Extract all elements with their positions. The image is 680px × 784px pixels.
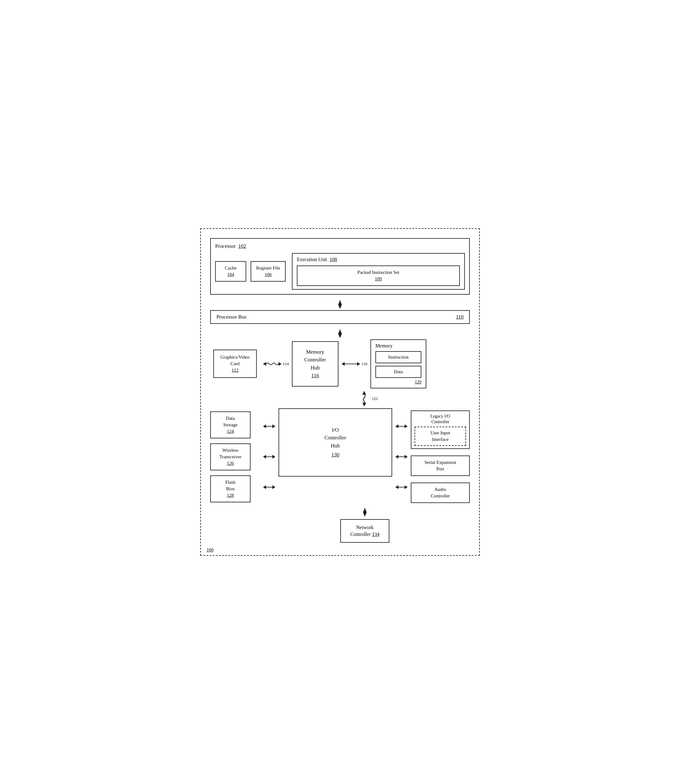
svg-marker-36 bbox=[363, 508, 367, 512]
cache-ref: 104 bbox=[221, 271, 241, 278]
svg-marker-1 bbox=[338, 305, 342, 309]
execution-unit-wrapper: Execution Unit 108 Packed Instruction Se… bbox=[292, 253, 465, 290]
register-file-box: Register File 106 bbox=[250, 261, 286, 282]
network-controller-box: NetworkController 134 bbox=[340, 519, 389, 543]
network-controller-ref: 134 bbox=[372, 532, 379, 537]
instruction-box: Instruction bbox=[375, 351, 421, 363]
svg-marker-21 bbox=[263, 485, 266, 489]
svg-marker-5 bbox=[338, 334, 342, 338]
svg-marker-34 bbox=[363, 512, 367, 517]
arrow-bus-to-mch bbox=[210, 329, 470, 338]
processor-ref: 102 bbox=[238, 243, 246, 249]
cache-label: Cache bbox=[221, 265, 241, 271]
graphics-col: Graphics/VideoCard 112 bbox=[210, 349, 260, 378]
outer-ref: 100 bbox=[206, 548, 214, 553]
middle-section: Graphics/VideoCard 112 114 bbox=[210, 339, 470, 389]
svg-marker-19 bbox=[272, 455, 275, 459]
network-row: NetworkController 134 bbox=[235, 519, 494, 543]
mch-ref: 116 bbox=[300, 372, 331, 380]
arrow-datastorage-ioh bbox=[263, 423, 275, 430]
bidirectional-arrow-118 bbox=[342, 361, 360, 367]
svg-marker-3 bbox=[338, 300, 342, 305]
processor-bus-box: Processor Bus 110 bbox=[210, 310, 470, 324]
packed-instruction-box: Packed Instruction Set 109 bbox=[297, 266, 460, 286]
execution-unit-ref: 108 bbox=[329, 257, 337, 262]
packed-instruction-label: Packed Instruction Set bbox=[302, 269, 455, 276]
arrow-ioh-legacy bbox=[395, 423, 408, 430]
svg-marker-8 bbox=[263, 362, 266, 366]
ioh-label: I/OControllerHub bbox=[324, 426, 346, 450]
arrow-118-area: 118 bbox=[342, 361, 367, 367]
wireless-box: WirelessTransceiver 126 bbox=[210, 443, 250, 471]
arrow-114-label: 114 bbox=[283, 361, 289, 366]
svg-marker-18 bbox=[263, 455, 266, 459]
data-box: Data bbox=[375, 366, 421, 378]
processor-bus-label: Processor Bus bbox=[216, 314, 247, 320]
serial-expansion-box: Serial ExpansionPort bbox=[411, 455, 470, 476]
data-storage-box: DataStorage 124 bbox=[210, 411, 250, 438]
memory-col: Memory Instruction Data 120 bbox=[370, 339, 426, 389]
flash-bios-ref: 128 bbox=[214, 492, 246, 499]
svg-marker-28 bbox=[405, 455, 408, 459]
legacy-io-label: Legacy I/OController bbox=[414, 414, 466, 425]
audio-controller-label: AudioController bbox=[431, 487, 450, 498]
audio-controller-box: AudioController bbox=[411, 483, 470, 503]
svg-marker-7 bbox=[338, 329, 342, 334]
cache-regfile-group: Cache 104 Register File 106 bbox=[215, 253, 286, 290]
cache-box: Cache 104 bbox=[215, 261, 246, 282]
arrow-ioh-network bbox=[235, 508, 494, 517]
svg-marker-31 bbox=[405, 485, 408, 489]
arrow-122-label: 122 bbox=[371, 396, 378, 401]
svg-marker-16 bbox=[272, 425, 275, 428]
processor-bus-row: Processor Bus 110 bbox=[210, 310, 470, 324]
user-input-box: User InputInterface bbox=[414, 427, 466, 446]
instruction-label: Instruction bbox=[389, 354, 409, 359]
wavy-arrow-svg bbox=[358, 391, 370, 406]
left-arrows bbox=[263, 408, 275, 505]
wireless-ref: 126 bbox=[214, 460, 246, 467]
outer-boundary: Processor 102 Cache 104 Register File 10… bbox=[200, 228, 480, 556]
arrow-ioh-audio bbox=[395, 484, 408, 490]
arrow-ioh-serial bbox=[395, 453, 408, 460]
diagram-page: Processor 102 Cache 104 Register File 10… bbox=[200, 228, 480, 556]
processor-box: Processor 102 Cache 104 Register File 10… bbox=[210, 238, 470, 294]
memory-ref: 120 bbox=[415, 380, 421, 384]
svg-marker-22 bbox=[272, 485, 275, 489]
serial-expansion-label: Serial ExpansionPort bbox=[425, 460, 456, 471]
arrow-mch-memory-wrapper: 118 bbox=[342, 361, 367, 367]
svg-marker-10 bbox=[342, 362, 345, 366]
ioh-ref: 130 bbox=[331, 451, 339, 459]
svg-marker-24 bbox=[395, 425, 398, 428]
memory-label: Memory bbox=[375, 343, 421, 349]
flash-bios-row: FlashBios 128 bbox=[210, 475, 260, 502]
register-file-ref: 106 bbox=[256, 271, 280, 278]
arrow-118-label: 118 bbox=[361, 361, 367, 366]
register-file-label: Register File bbox=[256, 265, 280, 271]
svg-marker-30 bbox=[395, 485, 398, 489]
arrow-processor-to-bus bbox=[210, 300, 470, 309]
mch-col: MemoryControllerHub 116 bbox=[292, 341, 338, 387]
graphics-ref: 112 bbox=[218, 367, 252, 373]
svg-marker-27 bbox=[395, 455, 398, 459]
arrow-flashbios-ioh bbox=[263, 484, 275, 490]
legacy-io-group: Legacy I/OController User InputInterface bbox=[411, 411, 470, 449]
right-devices: Legacy I/OController User InputInterface… bbox=[411, 408, 470, 505]
ioh-box: I/OControllerHub 130 bbox=[279, 408, 392, 477]
mch-label: MemoryControllerHub bbox=[300, 348, 331, 372]
execution-unit-box: Execution Unit 108 Packed Instruction Se… bbox=[292, 253, 465, 290]
memory-section-box: Memory Instruction Data 120 bbox=[370, 339, 426, 389]
graphics-label: Graphics/VideoCard bbox=[218, 354, 252, 367]
processor-bus-ref: 110 bbox=[456, 314, 464, 320]
ioh-section: DataStorage 124 WirelessTransceiver 126 … bbox=[210, 408, 470, 505]
arrow-graphics-mch-wrapper: 114 bbox=[263, 361, 289, 367]
mch-box: MemoryControllerHub 116 bbox=[292, 341, 338, 387]
bidirectional-arrow-114 bbox=[263, 361, 282, 367]
data-storage-row: DataStorage 124 bbox=[210, 411, 260, 438]
processor-text: Processor bbox=[215, 243, 236, 249]
packed-instruction-ref: 109 bbox=[302, 276, 455, 282]
svg-marker-9 bbox=[279, 362, 282, 366]
outer-label: 100 bbox=[206, 548, 214, 553]
arrow-114-area: 114 bbox=[263, 361, 289, 367]
flash-bios-box: FlashBios 128 bbox=[210, 475, 250, 502]
left-devices: DataStorage 124 WirelessTransceiver 126 … bbox=[210, 408, 260, 505]
